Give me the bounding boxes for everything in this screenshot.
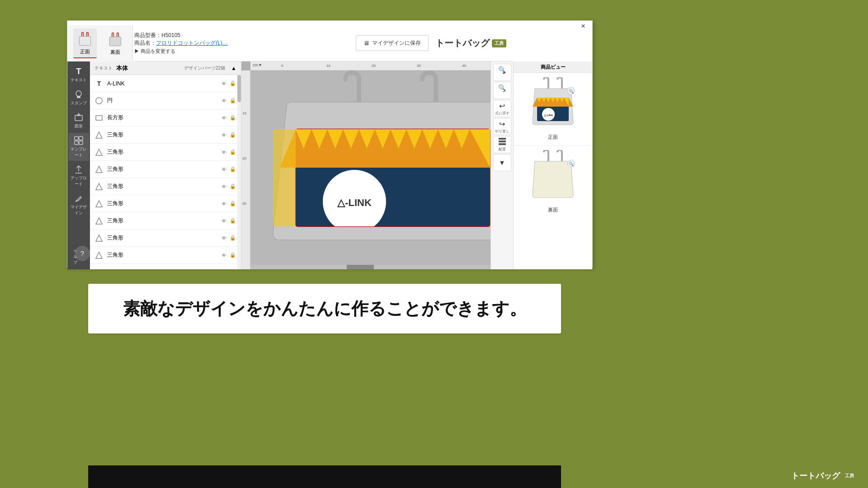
- ruler-mark-v20: 20: [242, 156, 246, 160]
- more-button[interactable]: ▼: [493, 154, 511, 171]
- layer-item-tri4[interactable]: 三角形 👁 🔒: [90, 178, 241, 195]
- layer-tri6-lock[interactable]: 🔒: [229, 217, 236, 225]
- layer-circle-controls: 👁 🔒: [220, 97, 236, 104]
- svg-marker-18: [96, 149, 102, 155]
- layer-tri5-eye[interactable]: 👁: [220, 200, 227, 207]
- layer-item-tri7[interactable]: 三角形 👁 🔒: [90, 230, 241, 247]
- layer-tri3-lock[interactable]: 🔒: [229, 166, 236, 173]
- layer-eye-icon[interactable]: 👁: [220, 80, 227, 87]
- layer-tri2-eye[interactable]: 👁: [220, 149, 227, 156]
- layer-lock-icon3[interactable]: 🔒: [229, 114, 236, 122]
- canvas-hscroll-thumb[interactable]: [347, 265, 374, 269]
- product-name-link[interactable]: フロリドコットンバッグ(L)…: [156, 40, 228, 46]
- layer-tri1-eye[interactable]: 👁: [220, 131, 227, 139]
- layer-tri5-lock[interactable]: 🔒: [229, 200, 236, 207]
- collapse-icon[interactable]: ▲: [231, 65, 236, 71]
- layer-tri3-eye[interactable]: 👁: [220, 166, 227, 173]
- product-view-back-label: 裏面: [548, 206, 558, 213]
- stamp-icon: [74, 89, 84, 99]
- layer-tri3-controls: 👁 🔒: [220, 166, 236, 173]
- layers-panel: テキスト 本体 デザインパーツ22個 ▲ T A-LINK 👁 🔒 円 👁 🔒: [90, 61, 241, 269]
- sidebar-item-mydesign[interactable]: マイデザイン: [68, 191, 89, 219]
- product-view-title: 商品ビュー: [541, 64, 566, 70]
- circle-layer-icon: [94, 96, 104, 105]
- front-preview-svg: △-LINK 🔍: [528, 77, 578, 131]
- layer-tri2-lock[interactable]: 🔒: [229, 149, 236, 156]
- svg-marker-17: [96, 132, 102, 138]
- product-code: 商品型番：H50105: [134, 32, 356, 39]
- redo-button[interactable]: ↪ やり直し: [493, 118, 511, 135]
- text-layer-icon: T: [94, 79, 104, 88]
- sidebar-item-text[interactable]: T テキスト: [68, 64, 89, 86]
- tri3-layer-icon: [94, 165, 104, 174]
- close-button[interactable]: ×: [576, 22, 590, 31]
- svg-rect-2: [79, 37, 90, 46]
- undo-button[interactable]: ↩ 元に戻す: [493, 100, 511, 117]
- layer-item-tri5[interactable]: 三角形 👁 🔒: [90, 195, 241, 212]
- layer-item-tri8[interactable]: 三角形 👁 🔒: [90, 247, 241, 264]
- layer-eye-icon2[interactable]: 👁: [220, 97, 227, 104]
- sidebar-upload-label: アップロード: [69, 175, 88, 187]
- layer-tri7-eye[interactable]: 👁: [220, 235, 227, 242]
- product-view-panel: 商品ビュー: [513, 61, 592, 269]
- layers-scrollbar-thumb[interactable]: [237, 75, 241, 102]
- layer-tri8-lock[interactable]: 🔒: [229, 252, 236, 259]
- layer-item-tri1[interactable]: 三角形 👁 🔒: [90, 127, 241, 144]
- ruler-mark-20: 20: [372, 64, 376, 68]
- layer-rect-name: 長方形: [107, 114, 217, 122]
- layer-tri8-eye[interactable]: 👁: [220, 252, 227, 259]
- face-tab-front[interactable]: 正面: [73, 28, 97, 58]
- sidebar-item-shape[interactable]: 図形: [68, 110, 89, 132]
- left-sidebar: T テキスト スタンプ 図形 テンプレート アップロード: [67, 61, 90, 269]
- layer-tri4-lock[interactable]: 🔒: [229, 183, 236, 190]
- layer-item-tri3[interactable]: 三角形 👁 🔒: [90, 161, 241, 178]
- svg-point-15: [96, 98, 102, 104]
- undo-icon: ↩: [499, 102, 505, 110]
- front-preview[interactable]: △-LINK 🔍: [528, 77, 578, 131]
- tri2-layer-icon: [94, 148, 104, 157]
- layer-item-tri6[interactable]: 三角形 👁 🔒: [90, 212, 241, 230]
- layer-tri6-eye[interactable]: 👁: [220, 217, 227, 225]
- front-bag-icon: [77, 31, 93, 47]
- layer-tri4-eye[interactable]: 👁: [220, 183, 227, 190]
- layer-tri3-name: 三角形: [107, 165, 217, 173]
- layer-item-alink[interactable]: T A-LINK 👁 🔒: [90, 75, 241, 92]
- svg-rect-10: [75, 136, 78, 140]
- face-tabs: 正面 裏面: [67, 25, 133, 61]
- save-button-label: マイデザインに保存: [372, 39, 421, 47]
- layer-tri2-controls: 👁 🔒: [220, 149, 236, 156]
- layers-count: デザインパーツ22個: [184, 65, 225, 71]
- text-icon: T: [74, 66, 84, 76]
- arrange-button[interactable]: 配置: [493, 136, 511, 153]
- sidebar-item-upload[interactable]: アップロード: [68, 162, 89, 190]
- layer-tri7-lock[interactable]: 🔒: [229, 235, 236, 242]
- sidebar-item-stamp[interactable]: スタンプ: [68, 87, 89, 109]
- back-preview[interactable]: 🔍: [528, 150, 578, 204]
- layer-lock-icon2[interactable]: 🔒: [229, 97, 236, 104]
- ruler-mark-0: 0: [281, 64, 283, 68]
- save-button[interactable]: 🖥 マイデザインに保存: [356, 35, 429, 51]
- zoom-out-button[interactable]: 🔍 -: [493, 82, 511, 99]
- layer-item-circle[interactable]: 円 👁 🔒: [90, 92, 241, 109]
- layer-tri1-controls: 👁 🔒: [220, 131, 236, 139]
- tri8-layer-icon: [94, 251, 104, 260]
- svg-text:🔍: 🔍: [569, 161, 574, 167]
- bottom-logo-badge: 工房: [842, 472, 857, 480]
- arrange-label: 配置: [499, 147, 506, 152]
- layer-item-rect[interactable]: 長方形 👁 🔒: [90, 109, 241, 127]
- face-tab-back[interactable]: 裏面: [104, 29, 127, 58]
- layer-tri1-name: 三角形: [107, 131, 217, 139]
- svg-rect-11: [79, 136, 83, 140]
- product-change-btn[interactable]: ▶ 商品を変更する: [134, 48, 356, 55]
- svg-text:△-LINK: △-LINK: [337, 197, 372, 208]
- undo-label: 元に戻す: [495, 111, 509, 116]
- layer-lock-icon[interactable]: 🔒: [229, 80, 236, 87]
- layer-tri1-lock[interactable]: 🔒: [229, 131, 236, 139]
- layer-item-tri2[interactable]: 三角形 👁 🔒: [90, 144, 241, 161]
- upload-icon: [74, 164, 84, 174]
- layer-eye-icon3[interactable]: 👁: [220, 114, 227, 122]
- ruler-mark-30: 30: [417, 64, 421, 68]
- help-label: ヘルプ: [73, 248, 77, 266]
- sidebar-item-template[interactable]: テンプレート: [68, 133, 89, 161]
- zoom-in-button[interactable]: 🔍 +: [493, 64, 511, 81]
